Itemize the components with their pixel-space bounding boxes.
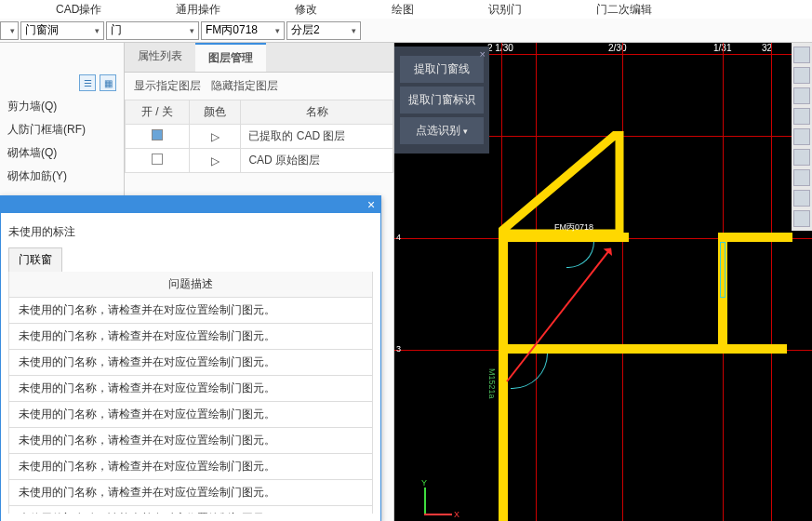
ruler-mark: 2/30 [608,43,626,53]
problem-row[interactable]: 未使用的门名称，请检查并在对应位置绘制门图元。 [9,402,373,428]
tool-btn[interactable] [793,210,810,227]
wall [718,233,792,242]
dropdown-empty1[interactable] [0,21,19,40]
col-color: 颜色 [189,100,240,125]
close-icon[interactable]: × [480,48,486,60]
door-marker [720,242,725,298]
problem-row[interactable]: 未使用的门名称，请检查并在对应位置绘制门图元。 [9,350,373,376]
layer-name: 已提取的 CAD 图层 [241,125,393,149]
hide-layer-btn[interactable]: 隐藏指定图层 [211,79,278,92]
tool-btn[interactable] [793,87,810,104]
svg-marker-0 [499,131,619,234]
top-menu: CAD操作 通用操作 修改 绘图 识别门 门二次编辑 [0,0,812,19]
problem-row[interactable]: 未使用的门名称，请检查并在对应位置绘制门图元。 [9,480,373,506]
problem-header: 问题描述 [9,272,373,298]
list-icon[interactable]: ☰ [79,74,96,91]
wall [499,233,508,521]
door-label: FM丙0718 [554,221,593,234]
layer-table: 开 / 关 颜色 名称 ▷ 已提取的 CAD 图层 ▷ CAD 原始图层 [125,100,393,173]
grid-line [536,43,537,521]
cad-view[interactable]: × 提取门窗线 提取门窗标识 点选识别 2 1/30 2/30 1/31 32 … [394,43,812,521]
tab-properties[interactable]: 属性列表 [125,43,195,72]
problem-row[interactable]: 未使用的门名称，请检查并在对应位置绘制门图元。 [9,454,373,480]
tree-item[interactable]: 砌体墙(Q) [0,141,124,165]
grid-line [771,43,772,521]
right-toolbar [792,43,812,231]
extract-mark-btn[interactable]: 提取门窗标识 [400,87,484,114]
tool-btn[interactable] [793,169,810,186]
problem-row[interactable]: 未使用的门名称，请检查并在对应位置绘制门图元。 [9,298,373,324]
sub-tab[interactable]: 门联窗 [8,247,62,272]
wall [499,344,787,354]
grid-icon[interactable]: ▦ [100,74,116,91]
menu-modify[interactable]: 修改 [295,2,317,18]
show-layer-btn[interactable]: 显示指定图层 [134,79,201,92]
ruler-mark: 2 1/30 [487,43,513,53]
door-label-side: M1521a [487,368,497,399]
tool-btn[interactable] [793,108,810,125]
ruler-mark: 3 [396,344,401,354]
extract-line-btn[interactable]: 提取门窗线 [400,56,484,83]
layer-color[interactable]: ▷ [189,125,240,149]
col-name: 名称 [241,100,393,125]
panel-title: 未使用的标注 [8,220,373,247]
menu-draw[interactable]: 绘图 [392,2,414,18]
ruler-mark: 4 [396,233,401,242]
tab-layers[interactable]: 图层管理 [195,43,266,72]
dropdown-layer[interactable]: 分层2 [286,21,361,40]
tool-btn[interactable] [793,47,810,63]
tree-item[interactable]: 砌体加筋(Y) [0,165,124,188]
menu-general[interactable]: 通用操作 [176,2,220,18]
annotation-arrow [506,249,610,382]
tool-btn[interactable] [793,67,810,84]
tree-item[interactable]: 人防门框墙(RF) [0,118,124,141]
dropdown-item[interactable]: FM丙0718 [201,21,285,40]
dropdown-row: 门窗洞 门 FM丙0718 分层2 [0,19,812,43]
problems-panel: × 未使用的标注 门联窗 问题描述 未使用的门名称，请检查并在对应位置绘制门图元… [0,195,381,521]
tool-btn[interactable] [793,149,810,166]
problem-row[interactable]: 未使用的门名称，请检查并在对应位置绘制门图元。 [9,506,373,514]
tool-btn[interactable] [793,128,810,145]
layer-checkbox[interactable] [152,129,163,140]
problem-row[interactable]: 未使用的门名称，请检查并在对应位置绘制门图元。 [9,428,373,454]
layer-checkbox[interactable] [152,154,163,165]
layer-row[interactable]: ▷ CAD 原始图层 [126,149,393,173]
layer-name: CAD 原始图层 [241,149,393,173]
menu-door-edit[interactable]: 门二次编辑 [596,2,652,18]
layer-color[interactable]: ▷ [189,149,240,173]
grid-line [622,43,623,521]
door-arc [566,242,594,268]
tool-btn[interactable] [793,190,810,207]
menu-cad[interactable]: CAD操作 [56,2,101,18]
problem-row[interactable]: 未使用的门名称，请检查并在对应位置绘制门图元。 [9,324,373,350]
col-onoff: 开 / 关 [126,100,190,125]
axis-x-label: X [454,510,459,519]
problem-table: 问题描述 未使用的门名称，请检查并在对应位置绘制门图元。 未使用的门名称，请检查… [8,272,373,514]
close-icon[interactable]: × [362,197,380,212]
problem-row[interactable]: 未使用的门名称，请检查并在对应位置绘制门图元。 [9,376,373,402]
layer-row[interactable]: ▷ 已提取的 CAD 图层 [126,125,393,149]
dropdown-category[interactable]: 门窗洞 [20,21,104,40]
door-arc [511,354,548,389]
point-recognize-btn[interactable]: 点选识别 [400,117,484,144]
menu-recognize-door[interactable]: 识别门 [488,2,522,18]
recognition-panel: × 提取门窗线 提取门窗标识 点选识别 [394,47,489,154]
axis-y-label: Y [421,478,427,488]
dropdown-type[interactable]: 门 [106,21,199,40]
tree-item[interactable]: 剪力墙(Q) [0,95,124,118]
